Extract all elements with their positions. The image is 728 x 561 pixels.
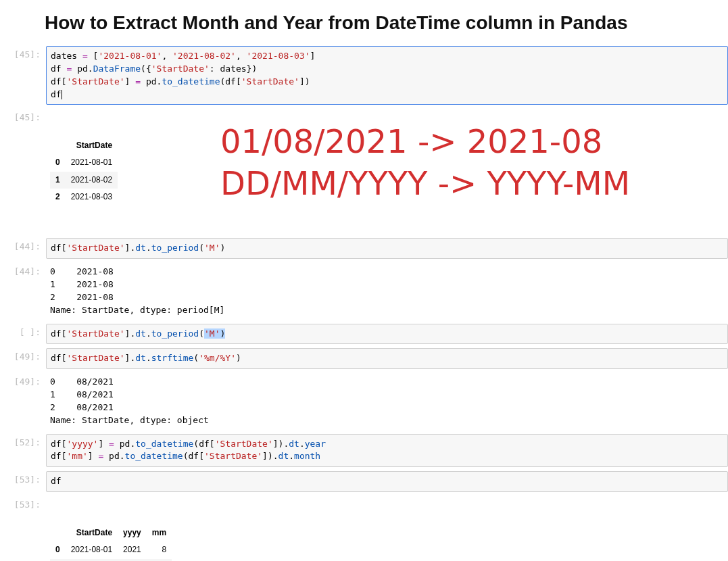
prompt-blank: [ ]:	[0, 324, 46, 339]
dataframe-table-45: StartDate 02021-08-01 12021-08-02 22021-…	[50, 137, 118, 206]
prompt-in-52: [52]:	[0, 434, 46, 449]
cell-53-output: [53]: StartDateyyyymm 02021-08-0120218 1…	[0, 496, 728, 561]
cell-45-input: [45]: dates = ['2021-08-01', '2021-08-02…	[0, 46, 728, 105]
prompt-out-45: [45]:	[0, 109, 46, 124]
output-53: StartDateyyyymm 02021-08-0120218 12021-0…	[46, 496, 728, 561]
annotation-line-2: DD/MM/YYYY -> YYYY-MM	[220, 162, 630, 204]
code-input-44[interactable]: df['StartDate'].dt.to_period('M')	[46, 238, 728, 259]
annotation-line-1: 01/08/2021 -> 2021-08	[220, 120, 630, 162]
code-input-blank[interactable]: df['StartDate'].dt.to_period('M')	[46, 324, 728, 345]
prompt-in-53: [53]:	[0, 471, 46, 486]
code-input-45[interactable]: dates = ['2021-08-01', '2021-08-02', '20…	[46, 46, 728, 105]
output-44: 0 2021-08 1 2021-08 2 2021-08 Name: Star…	[46, 263, 728, 319]
prompt-in-49: [49]:	[0, 348, 46, 363]
notebook-page: How to Extract Month and Year from DateT…	[0, 12, 728, 561]
prompt-out-44: [44]:	[0, 263, 46, 278]
cell-49-input: [49]: df['StartDate'].dt.strftime('%m/%Y…	[0, 348, 728, 369]
prompt-out-49: [49]:	[0, 373, 46, 388]
dataframe-table-53: StartDateyyyymm 02021-08-0120218 12021-0…	[50, 525, 172, 561]
code-input-49[interactable]: df['StartDate'].dt.strftime('%m/%Y')	[46, 348, 728, 369]
cell-44-input: [44]: df['StartDate'].dt.to_period('M')	[0, 238, 728, 259]
prompt-in-45: [45]:	[0, 46, 46, 61]
cell-blank-input: [ ]: df['StartDate'].dt.to_period('M')	[0, 324, 728, 345]
prompt-in-44: [44]:	[0, 238, 46, 253]
code-input-52[interactable]: df['yyyy'] = pd.to_datetime(df['StartDat…	[46, 434, 728, 468]
code-input-53[interactable]: df	[46, 471, 728, 492]
cell-53-input: [53]: df	[0, 471, 728, 492]
cell-52-input: [52]: df['yyyy'] = pd.to_datetime(df['St…	[0, 434, 728, 468]
prompt-out-53: [53]:	[0, 496, 46, 511]
cell-49-output: [49]: 0 08/2021 1 08/2021 2 08/2021 Name…	[0, 373, 728, 429]
page-title: How to Extract Month and Year from DateT…	[45, 12, 728, 34]
text-cursor	[62, 90, 62, 99]
output-49: 0 08/2021 1 08/2021 2 08/2021 Name: Star…	[46, 373, 728, 429]
annotation-overlay: 01/08/2021 -> 2021-08 DD/MM/YYYY -> YYYY…	[220, 120, 630, 205]
cell-44-output: [44]: 0 2021-08 1 2021-08 2 2021-08 Name…	[0, 263, 728, 319]
